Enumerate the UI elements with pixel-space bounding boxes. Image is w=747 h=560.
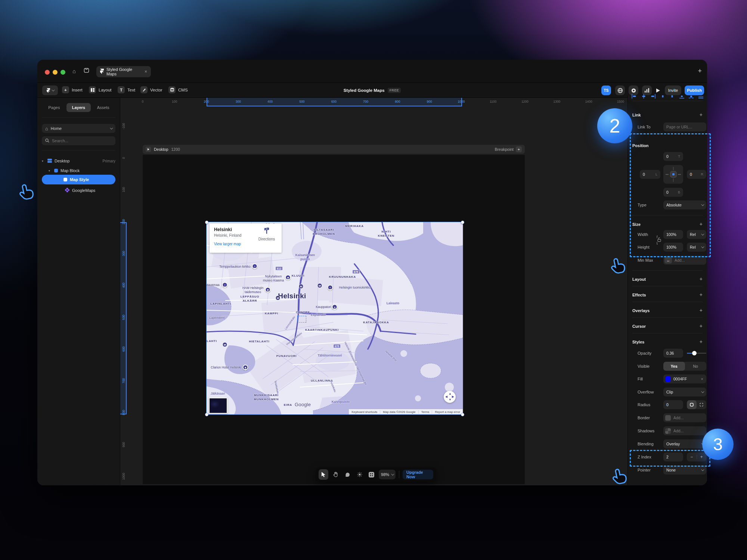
selection-handle-top-right[interactable] [461,221,464,224]
search-box[interactable] [42,136,115,145]
fill-color-swatch[interactable] [665,376,671,382]
insert-tool[interactable]: + Insert [62,86,83,93]
map-attribution[interactable]: Keyboard shortcutsMap data ©2026 GoogleT… [349,409,463,414]
tab-layers[interactable]: Layers [66,103,91,112]
border-swatch [665,415,671,421]
blending-dropdown[interactable]: Overlay [663,439,706,448]
vector-tool[interactable]: Vector [140,86,162,93]
chevron-down-icon [110,126,113,129]
sidebar-item-googlemaps[interactable]: GoogleMaps [42,186,115,195]
browser-tab[interactable]: Styled Google Maps × [96,66,151,77]
add-cursor-button[interactable]: + [700,323,703,329]
add-breakpoint-button[interactable]: + [516,146,522,152]
fill-control[interactable]: 0004FF × [663,374,706,383]
pan-tool-button[interactable] [331,469,340,480]
comment-icon [345,472,350,477]
shadows-control[interactable]: Add... [663,426,706,435]
view-larger-map-link[interactable]: View larger map [214,242,277,246]
map-poi-pin-icon: ● [332,304,338,310]
selection-handle-top-left[interactable] [205,221,208,224]
grid-view-button[interactable] [367,469,376,480]
breakpoint-header[interactable]: Desktop 1200 Breakpoint + [143,145,525,154]
map-poi-pin-icon: + [222,282,228,288]
breakpoint-width: 1200 [171,147,180,152]
map-label: Clarion Hotel Helsinki [211,365,241,369]
radius-individual-button[interactable] [697,400,706,409]
pan-control[interactable]: ▲ ▼ ◀ ▶ [444,391,456,403]
map-label: Kaivopuisto [332,400,350,404]
add-layout-button[interactable]: + [700,276,703,282]
add-effects-button[interactable]: + [700,292,703,298]
zoom-level-dropdown[interactable]: 98% [379,470,396,479]
remove-fill-icon[interactable]: × [701,377,703,381]
home-label: Home [51,126,62,131]
select-tool-button[interactable] [319,469,328,480]
map-label: KATAJANOKKA [363,321,389,324]
visible-label: Visible [638,364,650,368]
sidebar-item-map-style[interactable]: Map Style [42,175,115,184]
close-window-button[interactable] [45,70,50,75]
alignment-controls[interactable] [632,94,703,99]
map-info-card: Helsinki Helsinki, Finland View larger m… [210,224,282,253]
vector-pen-icon [140,86,148,93]
fill-hex: 0004FF [673,377,687,381]
add-overlays-button[interactable]: + [700,307,703,313]
link-to-input[interactable]: Page or URL... [663,122,706,131]
border-control[interactable]: Add... [663,413,706,422]
framer-logo-icon [100,69,104,75]
close-tab-icon[interactable]: × [145,69,147,74]
styles-section-title: Styles [632,340,644,344]
selection-handle-bottom-left[interactable] [205,413,208,416]
pointer-dropdown[interactable]: None [663,466,706,475]
vector-label: Vector [150,88,162,92]
visible-no-button[interactable]: No [685,362,707,371]
avatar[interactable]: TS [601,85,611,95]
map-poi-pin-icon: ■ [243,365,248,370]
radius-uniform-button[interactable] [687,400,697,409]
caret-icon[interactable]: ▾ [42,159,45,163]
home-icon[interactable]: ⌂ [72,68,76,74]
apps-icon[interactable] [84,68,89,74]
directions-control[interactable]: Directions [256,227,277,241]
divider [632,101,703,101]
text-tool[interactable]: T Text [118,86,135,93]
tab-pages[interactable]: Pages [42,103,66,112]
radius-input[interactable]: 0 [663,400,683,409]
cms-tool[interactable]: CMS [168,86,188,93]
home-selector[interactable]: ⌂ Home [42,124,115,133]
map-label: LEPPÄSUO [241,295,259,298]
satellite-thumbnail[interactable] [209,398,227,414]
minimize-window-button[interactable] [53,70,58,75]
map-label: CENTRE [296,311,310,314]
attribution-link[interactable]: Report a map error [432,410,463,414]
layout-tool[interactable]: Layout [89,86,112,93]
visible-yes-button[interactable]: Yes [663,362,685,371]
map-label: Helsinki (Kat [385,350,397,361]
search-input[interactable] [52,139,97,143]
attribution-link[interactable]: Map data ©2026 Google [380,410,418,414]
sidebar-item-map-block[interactable]: ▾ Map Block [42,167,115,175]
theme-toggle-button[interactable] [355,469,365,480]
canvas[interactable]: 0100200300400500600700800900100011001200… [120,98,627,485]
new-tab-icon[interactable]: + [698,67,702,75]
comment-tool-button[interactable] [342,469,352,480]
maximize-window-button[interactable] [61,70,65,75]
tab-assets[interactable]: Assets [91,103,115,112]
map-element[interactable]: TÖÖLÖMERIHAKASILTASAARIBROHOLMENNIHTIKNE… [207,222,463,414]
layout-label: Layout [99,88,112,92]
upgrade-now-button[interactable]: Upgrade Now [403,470,433,479]
add-link-button[interactable]: + [700,112,703,118]
site-globe-button[interactable] [615,85,625,95]
caret-icon[interactable]: ▾ [49,169,52,172]
selection-handle-bottom-right[interactable] [461,413,464,416]
minmax-axis-icon: ↔ [664,257,672,264]
attribution-link[interactable]: Terms [418,410,432,414]
framer-menu-button[interactable] [42,85,58,95]
opacity-slider[interactable] [687,349,706,358]
add-style-button[interactable]: + [700,339,703,345]
opacity-input[interactable]: 0.36 [663,349,683,358]
attribution-link[interactable]: Keyboard shortcuts [349,410,380,414]
sidebar-item-desktop[interactable]: ▾ Desktop Primary [42,157,115,165]
effects-section-title: Effects [632,293,646,297]
overflow-dropdown[interactable]: Clip [663,388,706,396]
